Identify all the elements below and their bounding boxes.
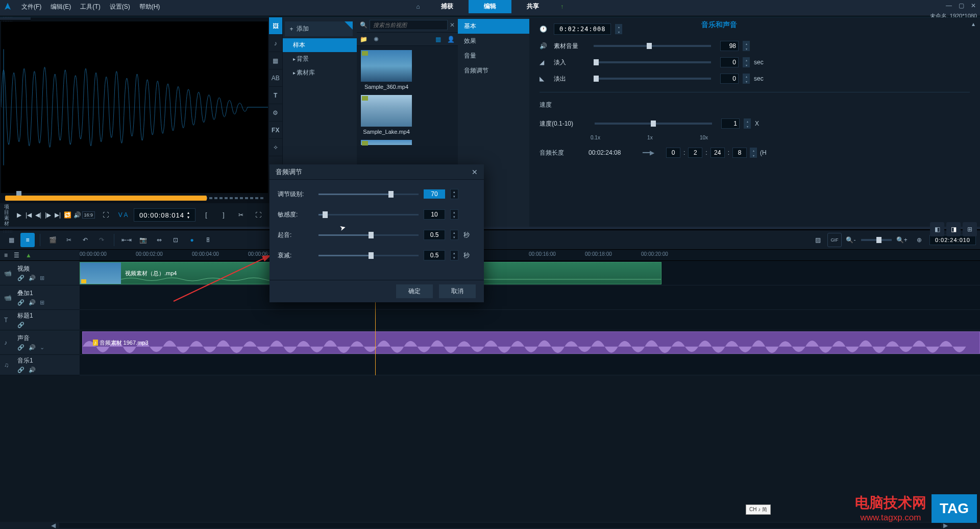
tl-storyboard-view-icon[interactable]: ▦ [4,233,18,247]
modal-attack-spinner[interactable]: ▴▾ [450,230,458,240]
prop-position-spinner[interactable]: ▴▾ [615,24,622,34]
tab-share[interactable]: 共享 [511,0,554,13]
track-header-video[interactable]: 📹 视频 🔗🔊⊞ [0,261,80,285]
timeline-h-scrollbar[interactable]: ◀ ▶ [0,522,980,529]
dur-m[interactable]: 2 [688,148,702,158]
lib-tree-background[interactable]: 背景 [283,52,357,66]
tab-capture[interactable]: 捕获 [426,0,469,13]
lib-tab-graphic-icon[interactable]: ⚙ [269,104,282,122]
track-header-music[interactable]: ♫ 音乐1 🔗🔊 [0,355,80,375]
va-toggle[interactable]: V A [117,209,129,221]
close-button[interactable]: ✕ [969,1,978,10]
modal-attack-value[interactable]: 0.5 [424,230,445,240]
dur-spinner[interactable]: ▴▾ [750,148,757,158]
modal-level-value[interactable]: 70 [424,189,445,199]
lib-tab-title-icon[interactable]: T [269,87,282,104]
lib-thumb-sample360[interactable]: Sample_360.mp4 [361,50,412,90]
mark-in-button[interactable]: [ [201,209,212,221]
lib-view-thumbs-icon[interactable]: ▦ [435,36,441,43]
preview-mode-label[interactable]: 项目素材 [4,204,11,226]
loop-button[interactable]: 🔁 [64,209,71,221]
fit-project-icon[interactable]: ⊕ [912,233,926,247]
maximize-button[interactable]: ▢ [957,1,966,10]
prop-fade-out-spinner[interactable]: ▴▾ [743,74,750,84]
expand-preview-button[interactable]: ⛶ [253,209,264,221]
home-icon[interactable]: ⌂ [410,0,426,13]
tl-snapshot-icon[interactable]: 📷 [136,233,150,247]
preview-scrubber[interactable] [5,194,264,203]
volume-button[interactable]: 🔊 [74,209,81,221]
lib-tab-transition-icon[interactable]: AB [269,69,282,87]
zoom-out-icon[interactable]: 🔍- [844,233,858,247]
clip-audio[interactable]: ♪ 音频素材 1967.mp3 [82,331,980,354]
tl-gif-icon[interactable]: GIF [827,233,842,247]
panel-toggle-1-icon[interactable]: ◧ [930,222,944,236]
minimize-button[interactable]: — [944,1,953,10]
prop-tab-audio-adjust[interactable]: 音频调节 [458,63,529,78]
panel-toggle-2-icon[interactable]: ◨ [946,222,961,236]
tl-hide-tracks-icon[interactable]: ▨ [811,233,825,247]
lib-tree-sample[interactable]: 样本 [283,38,357,52]
tl-record-icon[interactable]: ● [185,233,199,247]
lib-search-input[interactable] [370,20,448,30]
tl-list-icon[interactable]: ≡ [4,252,8,259]
track-lane-overlay[interactable] [80,285,980,310]
lib-tab-media-icon[interactable]: 🖼 [269,17,282,35]
prop-fade-in-value[interactable]: 0 [720,57,739,67]
play-button[interactable]: ▶ [15,209,23,221]
menu-file[interactable]: 文件(F) [17,1,45,13]
prop-tab-volume[interactable]: 音量 [458,49,529,63]
modal-level-slider[interactable] [318,194,419,195]
clear-search-icon[interactable]: ✕ [450,21,455,29]
lib-view-portrait-icon[interactable]: 👤 [447,36,455,43]
lib-add-button[interactable]: +添加 [285,21,353,36]
lib-thumb-partial[interactable] [361,140,412,145]
prev-frame-button[interactable]: ◀| [35,209,42,221]
menu-settings[interactable]: 设置(S) [106,1,134,13]
lib-thumb-samplelake[interactable]: Sample_Lake.mp4 [361,95,412,135]
modal-decay-value[interactable]: 0.5 [424,250,445,260]
menu-help[interactable]: 帮助(H) [135,1,164,13]
lib-tree-medialib[interactable]: 素材库 [283,66,357,80]
prop-tab-basic[interactable]: 基本 [458,19,529,34]
track-lane-video[interactable]: 视频素材（总）.mp4 [80,261,980,285]
tl-slip-icon[interactable]: ⇔ [152,233,166,247]
upload-icon[interactable]: ↑ [554,0,570,13]
prop-speed-slider[interactable] [595,123,712,125]
modal-attack-slider[interactable] [318,234,419,236]
goto-end-button[interactable]: ▶| [54,209,62,221]
lib-tab-filter-icon[interactable]: FX [269,122,282,139]
mark-out-button[interactable]: ] [218,209,229,221]
track-header-sound[interactable]: ♪ 声音 🔗🔊⌄ [0,330,80,355]
zoom-slider[interactable] [861,239,892,241]
modal-decay-slider[interactable] [318,255,419,256]
prop-fade-out-slider[interactable] [594,78,711,80]
modal-close-icon[interactable]: ✕ [472,168,478,176]
lib-import-icon[interactable]: 📁 [360,36,368,43]
goto-start-button[interactable]: |◀ [25,209,33,221]
props-collapse-icon[interactable]: ▴ [972,20,975,28]
preview-waveform[interactable]: waveform-placeholder [1,21,268,193]
tl-up-icon[interactable]: ▲ [26,252,32,259]
lib-capture-icon[interactable]: ✺ [374,36,379,43]
dur-h[interactable]: 0 [666,148,680,158]
prop-fade-in-spinner[interactable]: ▴▾ [743,57,750,67]
lib-tab-path-icon[interactable]: ✧ [269,139,282,156]
modal-cancel-button[interactable]: 取消 [439,284,476,298]
modal-ok-button[interactable]: 确定 [396,284,433,298]
fullscreen-button[interactable]: ⛶ [100,209,111,221]
track-lane-music[interactable] [80,355,980,375]
lib-tab-audio-icon[interactable]: ♪ [269,35,282,52]
prop-speed-value[interactable]: 1 [721,118,740,129]
prop-position-timecode[interactable]: 0:02:24:008 [554,23,611,35]
preview-timecode[interactable]: 00:00:08:014▴▾ [134,208,195,222]
split-button[interactable]: ✂ [235,209,247,221]
tl-timeline-view-icon[interactable]: ≡ [20,233,35,247]
zoom-in-icon[interactable]: 🔍+ [895,233,909,247]
modal-level-spinner[interactable]: ▴▾ [450,189,458,199]
preview-dock-handle[interactable] [0,17,31,20]
tl-list2-icon[interactable]: ☰ [14,252,19,259]
tl-marker-icon[interactable]: ⇤⇥ [119,233,134,247]
tl-mixer-icon[interactable]: 🎚 [201,233,215,247]
prop-clip-volume-spinner[interactable]: ▴▾ [743,41,750,51]
